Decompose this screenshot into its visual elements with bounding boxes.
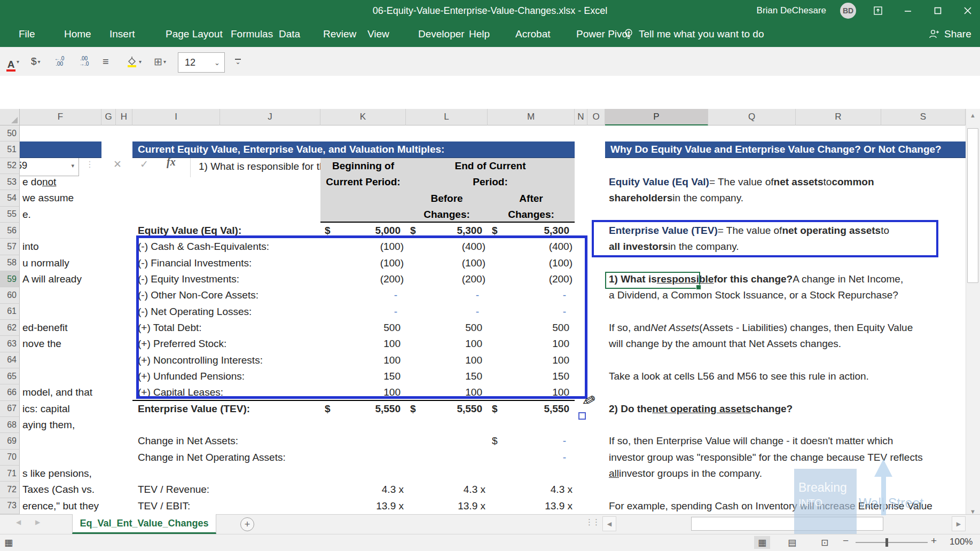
font-color-button[interactable]: A▾ (6, 51, 19, 72)
value-cell-r57-c0[interactable]: (100) (320, 239, 406, 255)
align-button[interactable]: ≡ (103, 51, 109, 72)
row-header-64[interactable]: 64 (0, 352, 20, 368)
decrease-decimal-button[interactable]: .00→.0 (79, 51, 89, 72)
table-row-label-69[interactable]: Change in Net Assets: (135, 433, 238, 449)
fill-color-button[interactable]: ▾ (126, 51, 142, 72)
borders-button[interactable]: ⊞▾ (154, 51, 166, 72)
value-cell-r67-c2[interactable]: $5,550 (488, 401, 575, 417)
ribbon-tab-data[interactable]: Data (279, 21, 300, 47)
row-header-59[interactable]: 59 (0, 271, 20, 287)
right-panel-line-row57[interactable]: all investors in the company. (609, 239, 739, 255)
left-text-fragment-row57[interactable]: into (22, 239, 39, 255)
row-header-60[interactable]: 60 (0, 287, 20, 303)
value-cell-r61-c2[interactable]: - (488, 304, 575, 320)
table-row-label-61[interactable]: (-) Net Operating Losses: (135, 304, 252, 320)
new-sheet-button[interactable]: + (240, 517, 254, 531)
value-cell-r58-c2[interactable]: (100) (488, 255, 575, 271)
value-cell-r72-c1[interactable]: 4.3 x (406, 482, 488, 498)
column-header-I[interactable]: I (132, 109, 220, 125)
value-cell-r59-c0[interactable]: (200) (320, 271, 406, 287)
value-cell-r57-c2[interactable]: (400) (488, 239, 575, 255)
formula-input[interactable]: 1) What is responsible for this change? … (199, 157, 962, 176)
select-all-corner[interactable] (0, 109, 20, 125)
value-cell-r58-c1[interactable]: (100) (406, 255, 488, 271)
right-panel-line-row73[interactable]: For example, spending Cash on Inventory … (609, 498, 932, 514)
sheet-tab-active[interactable]: Eq_Val_Ent_Value_Changes (72, 514, 216, 534)
row-header-68[interactable]: 68 (0, 417, 20, 433)
ribbon-tab-view[interactable]: View (367, 21, 389, 47)
row-header-50[interactable]: 50 (0, 125, 20, 141)
column-header-L[interactable]: L (406, 109, 488, 125)
table-row-label-63[interactable]: (+) Preferred Stock: (135, 336, 226, 352)
column-header-R[interactable]: R (796, 109, 881, 125)
table-row-label-70[interactable]: Change in Net Operating Assets: (135, 450, 286, 466)
right-panel-line-row54[interactable]: shareholders in the company. (609, 190, 743, 206)
value-cell-r59-c1[interactable]: (200) (406, 271, 488, 287)
left-text-fragment-row59[interactable]: A will already (22, 271, 82, 287)
table-row-label-59[interactable]: (-) Equity Investments: (135, 271, 239, 287)
value-cell-r67-c0[interactable]: $5,550 (320, 401, 406, 417)
row-header-57[interactable]: 57 (0, 239, 20, 255)
right-panel-banner[interactable]: Why Do Equity Value and Enterprise Value… (605, 141, 966, 158)
tell-me-box[interactable]: Tell me what you want to do (624, 21, 764, 47)
left-text-fragment-row63[interactable]: nove the (22, 336, 61, 352)
row-header-52[interactable]: 52 (0, 158, 20, 174)
row-header-51[interactable]: 51 (0, 141, 20, 158)
right-panel-line-row67[interactable]: 2) Do the net operating assets change? (609, 401, 793, 417)
left-text-fragment-row72[interactable]: Taxes (Cash vs. (22, 482, 95, 498)
value-cell-r70-c2[interactable]: - (488, 450, 575, 466)
maximize-button[interactable] (930, 3, 946, 19)
right-panel-line-row63[interactable]: will change by the amount that Net Asset… (609, 336, 841, 352)
right-panel-line-row69[interactable]: If so, then Enterprise Value will change… (609, 433, 893, 449)
table-row-label-57[interactable]: (-) Cash & Cash-Equivalents: (135, 239, 269, 255)
right-panel-line-row71[interactable]: all investor groups in the company. (609, 466, 762, 482)
value-cell-r73-c1[interactable]: 13.9 x (406, 498, 488, 514)
value-cell-r62-c0[interactable]: 500 (320, 320, 406, 336)
cancel-icon[interactable]: ✕ (113, 158, 122, 170)
left-banner[interactable] (20, 141, 101, 158)
zoom-in-button[interactable]: + (931, 535, 937, 547)
value-cell-r72-c2[interactable]: 4.3 x (488, 482, 575, 498)
scrollbar-resize-dots-icon[interactable]: ⋮⋮ (585, 517, 599, 527)
right-panel-line-row56[interactable]: Enterprise Value (TEV) = The value of ne… (609, 223, 889, 239)
value-cell-r73-c2[interactable]: 13.9 x (488, 498, 575, 514)
column-header-N[interactable]: N (575, 109, 587, 125)
row-header-72[interactable]: 72 (0, 482, 20, 498)
value-cell-r63-c0[interactable]: 100 (320, 336, 406, 352)
value-cell-r61-c0[interactable]: - (320, 304, 406, 320)
value-cell-r65-c1[interactable]: 150 (406, 368, 488, 384)
ribbon-tab-page-layout[interactable]: Page Layout (166, 21, 223, 47)
value-cell-r62-c1[interactable]: 500 (406, 320, 488, 336)
row-header-66[interactable]: 66 (0, 384, 20, 400)
table-row-label-64[interactable]: (+) Noncontrolling Interests: (135, 352, 263, 368)
value-cell-r64-c2[interactable]: 100 (488, 352, 575, 368)
ribbon-tab-file[interactable]: File (19, 21, 35, 47)
zoom-slider-track[interactable] (856, 542, 928, 543)
row-header-65[interactable]: 65 (0, 368, 20, 384)
normal-view-button[interactable]: ▦ (754, 536, 770, 549)
table-row-label-60[interactable]: (-) Other Non-Core Assets: (135, 287, 258, 303)
value-cell-r65-c0[interactable]: 150 (320, 368, 406, 384)
value-cell-r61-c1[interactable]: - (406, 304, 488, 320)
ribbon-tab-insert[interactable]: Insert (109, 21, 135, 47)
table-row-label-66[interactable]: (+) Capital Leases: (135, 384, 223, 400)
increase-decimal-button[interactable]: ←.0.00 (54, 51, 64, 72)
minimize-button[interactable] (900, 3, 916, 19)
right-panel-line-row60[interactable]: a Dividend, a Common Stock Issuance, or … (609, 287, 898, 303)
value-cell-r57-c1[interactable]: (400) (406, 239, 488, 255)
value-cell-r66-c2[interactable]: 100 (488, 384, 575, 400)
table-row-label-62[interactable]: (+) Total Debt: (135, 320, 202, 336)
row-header-53[interactable]: 53 (0, 174, 20, 190)
share-button[interactable]: Share (928, 21, 971, 47)
value-cell-r58-c0[interactable]: (100) (320, 255, 406, 271)
right-panel-line-row70[interactable]: investor group was "responsible" for the… (609, 450, 923, 466)
value-cell-r64-c1[interactable]: 100 (406, 352, 488, 368)
left-text-fragment-row68[interactable]: aying them, (22, 417, 75, 433)
right-panel-line-row59[interactable]: 1) What is responsible for this change? … (609, 271, 903, 287)
column-header-P[interactable]: P (605, 109, 708, 125)
row-header-58[interactable]: 58 (0, 255, 20, 271)
page-break-view-button[interactable]: ⊡ (817, 536, 833, 549)
row-header-67[interactable]: 67 (0, 401, 20, 417)
ribbon-display-options-icon[interactable] (870, 3, 886, 19)
value-cell-r73-c0[interactable]: 13.9 x (320, 498, 406, 514)
